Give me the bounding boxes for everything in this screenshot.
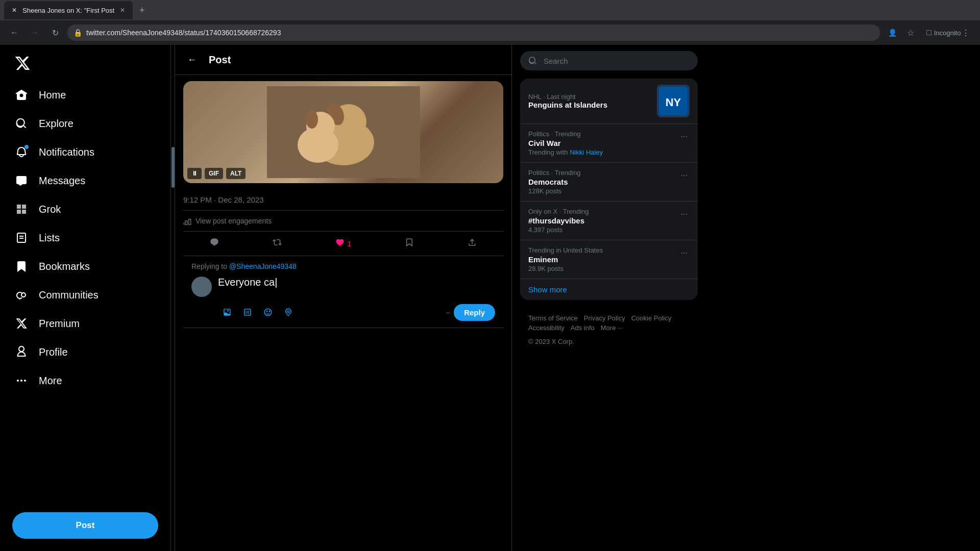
reply-compose: Everyone ca — [191, 277, 495, 321]
x-logo[interactable] — [6, 49, 164, 80]
sidebar-nav: Home Explore Notifications Messages — [6, 82, 164, 504]
sidebar-item-more[interactable]: More — [6, 367, 164, 394]
sidebar-item-label-home: Home — [39, 89, 66, 101]
show-more-button[interactable]: Show more — [520, 279, 698, 300]
retweet-button[interactable] — [266, 234, 288, 254]
trending-more-0[interactable]: ··· — [679, 130, 690, 143]
trending-info-2: Only on X · Trending #thursdayvibes 4,39… — [528, 208, 679, 234]
address-bar[interactable]: 🔒 twitter.com/SheenaJone49348/status/174… — [67, 24, 880, 41]
sidebar-item-grok[interactable]: Grok — [6, 196, 164, 222]
notifications-icon — [14, 145, 29, 159]
cookie-link[interactable]: Cookie Policy — [631, 314, 672, 322]
trending-category-1: Politics · Trending — [528, 169, 679, 177]
star-button[interactable]: ☆ — [902, 24, 919, 41]
terms-link[interactable]: Terms of Service — [528, 314, 578, 322]
trending-item-2[interactable]: Only on X · Trending #thursdayvibes 4,39… — [520, 202, 698, 240]
share-button[interactable] — [461, 234, 483, 254]
sidebar-item-notifications[interactable]: Notifications — [6, 139, 164, 165]
ads-info-link[interactable]: Ads info — [571, 324, 595, 332]
privacy-link[interactable]: Privacy Policy — [584, 314, 625, 322]
svg-text:NY: NY — [666, 96, 681, 109]
add-gif-button[interactable] — [238, 303, 257, 321]
bookmark-button[interactable] — [399, 234, 420, 254]
reload-button[interactable]: ↻ — [47, 24, 63, 41]
new-tab-button[interactable]: + — [135, 3, 149, 17]
post-button[interactable]: Post — [12, 512, 158, 539]
search-input[interactable] — [544, 57, 690, 65]
trending-topic-3: Eminem — [528, 255, 679, 264]
sidebar-item-messages[interactable]: Messages — [6, 167, 164, 194]
comment-icon — [210, 238, 219, 249]
like-button[interactable]: 1 — [329, 234, 358, 254]
trending-item-3[interactable]: Trending in United States Eminem 28.9K p… — [520, 240, 698, 279]
sidebar-item-explore[interactable]: Explore — [6, 110, 164, 137]
forward-nav-button[interactable]: → — [27, 24, 43, 41]
svg-point-6 — [306, 110, 318, 129]
nhl-logo-icon: NY — [659, 87, 688, 115]
sidebar-item-label-grok: Grok — [39, 204, 61, 215]
sidebar-item-communities[interactable]: Communities — [6, 282, 164, 308]
toolbar-actions: 👤 ☆ □ Incognito ⋮ — [884, 24, 974, 41]
trending-count-3: 28.9K posts — [528, 265, 679, 272]
trending-more-2[interactable]: ··· — [679, 208, 690, 221]
notification-dot — [24, 145, 29, 149]
comment-button[interactable] — [204, 234, 225, 254]
nikki-haley-link[interactable]: Nikki Haley — [570, 148, 603, 156]
messages-icon — [14, 173, 29, 188]
retweet-icon — [273, 238, 282, 249]
more-icon — [14, 373, 29, 388]
sidebar-item-profile[interactable]: Profile — [6, 339, 164, 365]
sidebar: Home Explore Notifications Messages — [0, 45, 171, 551]
active-tab[interactable]: ✕ Sheena Jones on X: "First Post ✕ — [4, 1, 133, 19]
tab-close-button[interactable]: ✕ — [118, 6, 127, 14]
reply-submit-button[interactable]: Reply — [454, 304, 495, 321]
menu-button[interactable]: ⋮ — [958, 24, 974, 41]
reply-text-input[interactable]: Everyone ca — [218, 277, 495, 297]
sidebar-item-label-profile: Profile — [39, 346, 68, 358]
nhl-image: NY — [657, 85, 690, 117]
add-image-button[interactable] — [218, 303, 236, 321]
sidebar-item-home[interactable]: Home — [6, 82, 164, 108]
alt-button[interactable]: ALT — [226, 168, 246, 179]
add-emoji-button[interactable] — [259, 303, 277, 321]
back-button[interactable]: ← — [183, 51, 201, 68]
sidebar-item-label-more: More — [39, 375, 62, 387]
post-media: ⏸ GIF ALT — [183, 81, 503, 183]
gif-content — [267, 86, 420, 178]
sidebar-item-bookmarks[interactable]: Bookmarks — [6, 253, 164, 280]
bookmarks-icon — [14, 259, 29, 273]
main-content: ← Post — [175, 45, 512, 551]
communities-icon — [14, 288, 29, 302]
share-icon — [468, 238, 477, 249]
scroll-area[interactable] — [171, 45, 175, 551]
chart-icon — [183, 217, 191, 225]
trending-info-0: Politics · Trending Civil War Trending w… — [528, 130, 679, 156]
right-sidebar: NHL · Last night Penguins at Islanders N… — [512, 45, 706, 551]
replying-to-user[interactable]: @SheenaJone49348 — [229, 262, 297, 270]
pause-button[interactable]: ⏸ — [187, 168, 202, 179]
tab-title: Sheena Jones on X: "First Post — [22, 7, 114, 14]
sidebar-item-lists[interactable]: Lists — [6, 224, 164, 251]
sidebar-item-label-lists: Lists — [39, 232, 60, 244]
browser-chrome: ✕ Sheena Jones on X: "First Post ✕ + ← →… — [0, 0, 980, 45]
trending-info-3: Trending in United States Eminem 28.9K p… — [528, 246, 679, 272]
trending-more-1[interactable]: ··· — [679, 169, 690, 182]
search-bar[interactable] — [520, 51, 698, 70]
trending-item-1[interactable]: Politics · Trending Democrats 128K posts… — [520, 163, 698, 202]
trending-topic-1: Democrats — [528, 178, 679, 186]
trending-item-0[interactable]: Politics · Trending Civil War Trending w… — [520, 124, 698, 163]
back-nav-button[interactable]: ← — [6, 24, 22, 41]
sidebar-item-premium[interactable]: Premium — [6, 310, 164, 337]
nhl-trending-item[interactable]: NHL · Last night Penguins at Islanders N… — [520, 79, 698, 124]
more-footer-link[interactable]: More ··· — [601, 324, 623, 332]
incognito-icon: 👤 — [884, 24, 900, 41]
premium-icon — [14, 316, 29, 331]
incognito-button[interactable]: Incognito — [939, 24, 955, 41]
trending-category-0: Politics · Trending — [528, 130, 679, 138]
add-location-button[interactable] — [279, 303, 298, 321]
browser-toolbar: ← → ↻ 🔒 twitter.com/SheenaJone49348/stat… — [0, 20, 980, 45]
scroll-thumb[interactable] — [172, 147, 175, 188]
accessibility-link[interactable]: Accessibility — [528, 324, 565, 332]
trending-more-3[interactable]: ··· — [679, 246, 690, 260]
post-engagements[interactable]: View post engagements — [183, 211, 503, 232]
